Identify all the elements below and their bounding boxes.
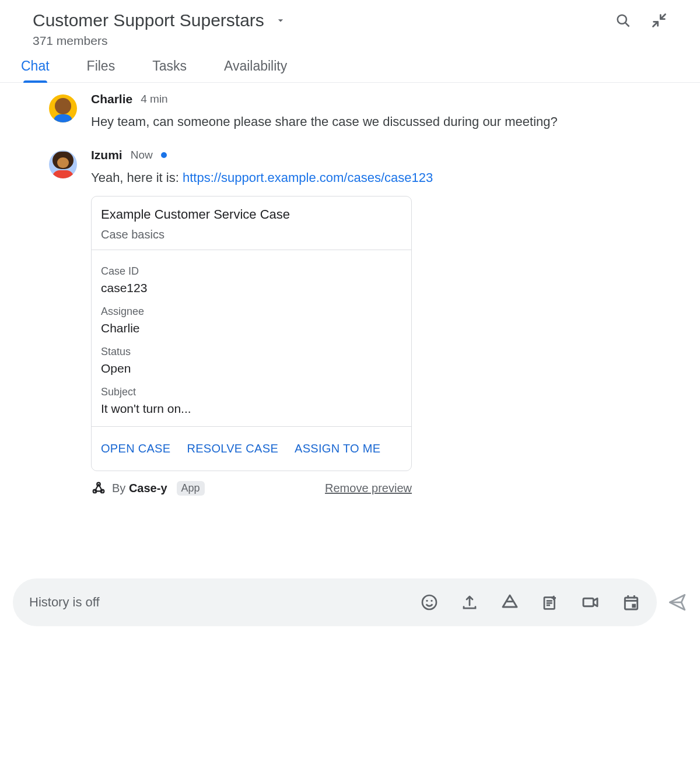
- card-field-value: case123: [101, 281, 402, 295]
- preview-attribution: By Case-y: [112, 482, 167, 495]
- link-preview-card: Example Customer Service Case Case basic…: [91, 196, 412, 471]
- chevron-down-icon[interactable]: [275, 15, 286, 26]
- card-field-value: Charlie: [101, 321, 402, 335]
- resolve-case-button[interactable]: RESOLVE CASE: [187, 442, 278, 455]
- tab-availability[interactable]: Availability: [224, 58, 287, 82]
- card-field-label: Case ID: [101, 265, 402, 278]
- message-text-prefix: Yeah, here it is:: [91, 170, 183, 185]
- message-text: Hey team, can someone please share the c…: [91, 112, 616, 132]
- avatar[interactable]: [49, 94, 77, 122]
- message-input[interactable]: History is off: [13, 578, 657, 626]
- card-field-label: Assignee: [101, 306, 402, 318]
- message-link[interactable]: https://support.example.com/cases/case12…: [183, 170, 433, 185]
- message-input-placeholder: History is off: [29, 595, 100, 610]
- avatar[interactable]: [49, 150, 77, 178]
- message-author: Izumi: [91, 148, 123, 162]
- message-text: Yeah, here it is: https://support.exampl…: [91, 168, 616, 188]
- svg-rect-14: [583, 598, 593, 606]
- send-icon[interactable]: [667, 592, 687, 612]
- message: Charlie 4 min Hey team, can someone plea…: [49, 92, 667, 132]
- open-case-button[interactable]: OPEN CASE: [101, 442, 170, 455]
- message: Izumi Now Yeah, here it is: https://supp…: [49, 148, 667, 496]
- remove-preview-link[interactable]: Remove preview: [325, 482, 412, 495]
- svg-rect-19: [632, 604, 636, 608]
- member-count: 371 members: [33, 34, 667, 48]
- search-icon[interactable]: [615, 12, 631, 29]
- card-title: Example Customer Service Case: [101, 207, 402, 222]
- new-message-indicator: [161, 152, 167, 158]
- upload-icon[interactable]: [461, 594, 478, 611]
- video-icon[interactable]: [581, 593, 600, 612]
- space-title[interactable]: Customer Support Superstars: [33, 10, 264, 30]
- tab-tasks[interactable]: Tasks: [152, 58, 187, 82]
- card-field-label: Status: [101, 346, 402, 358]
- tabs: Chat Files Tasks Availability: [0, 48, 700, 83]
- emoji-icon[interactable]: [420, 593, 439, 612]
- assign-to-me-button[interactable]: ASSIGN TO ME: [295, 442, 380, 455]
- create-doc-icon[interactable]: [541, 594, 559, 611]
- message-author: Charlie: [91, 92, 132, 106]
- card-field-value: It won't turn on...: [101, 402, 402, 416]
- svg-point-7: [430, 600, 432, 602]
- tab-chat[interactable]: Chat: [21, 58, 50, 82]
- svg-point-0: [618, 15, 626, 24]
- drive-icon[interactable]: [501, 593, 519, 612]
- webhook-icon: [91, 480, 106, 496]
- app-chip: App: [177, 481, 205, 496]
- card-subtitle: Case basics: [101, 228, 402, 241]
- calendar-icon[interactable]: [622, 593, 640, 612]
- message-timestamp: 4 min: [141, 93, 167, 106]
- svg-point-5: [422, 595, 436, 609]
- collapse-icon[interactable]: [651, 12, 667, 29]
- tab-files[interactable]: Files: [87, 58, 116, 82]
- svg-point-6: [426, 600, 428, 602]
- card-field-label: Subject: [101, 386, 402, 398]
- message-timestamp: Now: [131, 149, 153, 162]
- card-field-value: Open: [101, 362, 402, 376]
- svg-line-1: [625, 23, 629, 26]
